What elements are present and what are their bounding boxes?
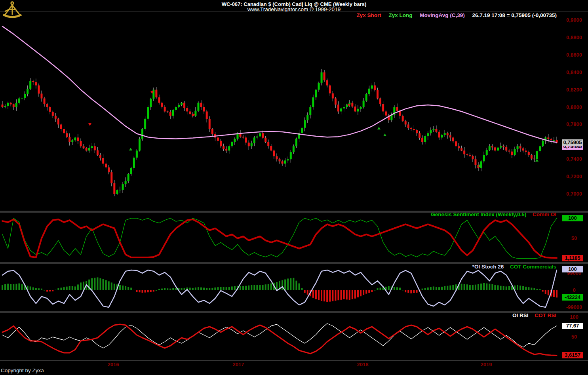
oi-stoch-line	[2, 270, 557, 307]
legend-zyx-long[interactable]: Zyx Long	[388, 12, 412, 18]
cot-rsi-label[interactable]: COT RSI	[535, 312, 556, 318]
oi-rsi-label[interactable]: OI RSI	[512, 312, 529, 318]
cot-commercials-label[interactable]: COT Commercials	[510, 264, 556, 270]
sentiment-index-label[interactable]: Genesis Sentiment Index (Weekly,0.5)	[431, 211, 526, 217]
legend-zyx-short[interactable]: Zyx Short	[356, 12, 381, 18]
legend-last-quote: 26.7.19 17:08 = 0,75905 (-0,00735)	[472, 12, 557, 18]
legend-moving-avg[interactable]: MovingAvg (C,39)	[420, 12, 465, 18]
long-signal-icon	[129, 148, 132, 150]
oi-rsi-line	[2, 324, 557, 348]
sentiment-panel-labels: Genesis Sentiment Index (Weekly,0.5) Com…	[426, 211, 556, 217]
short-signal-icon	[347, 104, 350, 107]
short-signal-icon	[88, 123, 91, 126]
oi-stoch-label[interactable]: *OI Stoch 26	[472, 264, 504, 270]
stoch-panel-labels: *OI Stoch 26 COT Commercials	[468, 264, 556, 270]
sentiment-index-line	[2, 218, 557, 259]
candlestick-series	[2, 69, 558, 196]
panel-separator	[0, 360, 588, 361]
comm-oi-label[interactable]: Comm OI	[533, 211, 556, 217]
trade-navigator-window: WC-067: Canadian $ (Comb) Cadj Liq @ CME…	[0, 0, 588, 375]
cot-rsi-line	[2, 324, 557, 355]
panel-separator	[0, 311, 588, 313]
long-signal-icon	[377, 127, 381, 129]
cot-commercials-histogram	[2, 277, 558, 302]
moving-average-line	[2, 26, 557, 142]
chart-canvas[interactable]	[0, 0, 588, 375]
long-signal-icon	[383, 133, 386, 136]
